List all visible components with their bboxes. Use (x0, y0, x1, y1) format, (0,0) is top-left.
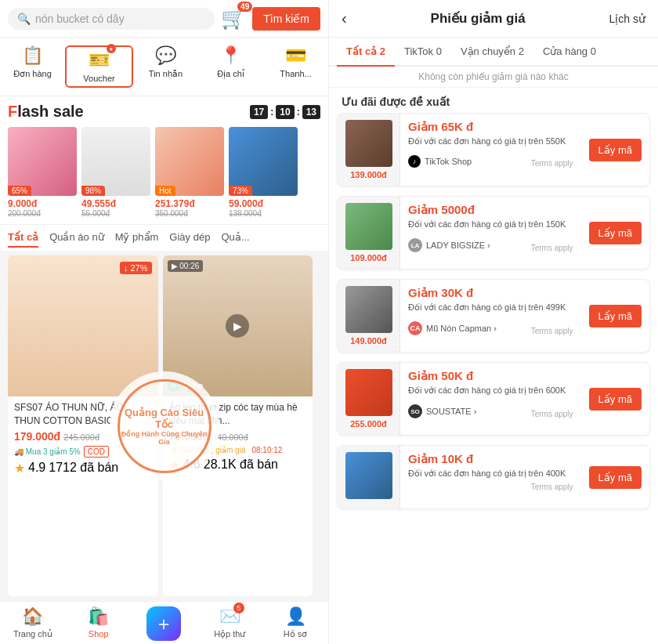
product-2-price-wrap: 75.000đ 140.000đ (169, 428, 307, 443)
flash-badge-1: 65% (8, 186, 31, 196)
flash-badge-2: 98% (81, 186, 105, 196)
shop-label: Shop (89, 629, 109, 639)
voucher-3-img: 149.000đ (338, 280, 400, 352)
tin-nhan-icon: 💬 (155, 45, 176, 66)
nav-thanh-toan[interactable]: 💳 Thanh... (263, 45, 328, 88)
voucher-card-1: 139.000đ Giảm 65K đ Đối với các đơn hàng… (337, 113, 650, 186)
add-button[interactable]: ＋ (146, 606, 181, 641)
voucher-card-3: 149.000đ Giảm 30K đ Đối với các đơn hàng… (337, 279, 650, 353)
lay-ma-button-2[interactable]: Lấy mã (589, 222, 642, 244)
flash-item-3[interactable]: Hot 251.379đ 350.000đ (155, 127, 224, 218)
product-card-1[interactable]: ↓ 27% SFS07 ÁO THUN NỮ, ÁO THUN COTTON B… (8, 255, 158, 596)
star-icon: ★ (14, 461, 25, 476)
voucher-2-img: 109.000đ (338, 197, 400, 269)
cart-button[interactable]: 🛒 49 (221, 6, 246, 31)
flash-badge-4: 73% (229, 186, 252, 196)
product-1-price: 179.000đ (14, 430, 60, 443)
search-input-wrap[interactable]: 🔍 nón bucket có dây (8, 8, 215, 30)
back-button[interactable]: ‹ (342, 9, 347, 27)
voucher-5-img (338, 446, 400, 508)
lay-ma-button-3[interactable]: Lấy mã (589, 305, 642, 327)
left-panel: 🔍 nón bucket có dây 🛒 49 Tìm kiếm 📋 Đơn … (0, 0, 329, 644)
nav-icons: 📋 Đơn hàng 🎫 Voucher ● 💬 Tin nhắn 📍 Địa … (0, 38, 328, 96)
voucher-2-footer: LA LADY BIGSIZE › Terms apply (408, 233, 573, 252)
flash-item-4[interactable]: 73% 59.000đ 138.000đ (229, 127, 298, 218)
ho-so-label: Hồ sơ (284, 629, 308, 639)
voucher-card-2: 109.000đ Giảm 5000đ Đối với các đơn hàng… (337, 196, 650, 270)
lay-ma-button-1[interactable]: Lấy mã (589, 139, 642, 161)
dia-chi-icon: 📍 (220, 45, 241, 66)
cat-tab-quan-ao[interactable]: Quần áo nữ (49, 231, 104, 248)
video-seller: M Miho (168, 379, 204, 392)
lay-ma-button-4[interactable]: Lấy mã (589, 388, 642, 411)
product-1-name: SFS07 ÁO THUN NỮ, ÁO THUN COTTON BASIC (14, 401, 152, 428)
cat-tab-my-pham[interactable]: Mỹ phẩm (115, 231, 159, 248)
flash-sale-title: Flash sale (8, 103, 84, 121)
voucher-3-terms: Terms apply (531, 327, 573, 335)
flash-item-2[interactable]: 98% 49.555đ 55.000đ (81, 127, 150, 218)
nav-tin-nhan[interactable]: 💬 Tin nhắn (133, 45, 198, 88)
right-title: Phiếu giảm giá (347, 10, 609, 27)
product-1-info: SFS07 ÁO THUN NỮ, ÁO THUN COTTON BASIC 1… (8, 396, 158, 480)
history-button[interactable]: Lịch sử (609, 13, 645, 25)
v-tab-van-chuyen[interactable]: Vận chuyển 2 (451, 38, 533, 65)
voucher-3-discount: Giảm 30K đ (408, 286, 573, 300)
voucher-card-4: 255.000đ Giảm 50K đ Đối với các đơn hàng… (337, 362, 650, 436)
voucher-1-shop: ♪ TikTok Shop (408, 155, 472, 168)
voucher-1-body: Giảm 65K đ Đối với các đơn hàng có giá t… (400, 114, 581, 186)
flash-sale-items: 65% 9.000đ 200.000đ 98% 49.555đ 55.000đ … (0, 124, 328, 224)
right-header: ‹ Phiếu giảm giá Lịch sử (329, 0, 658, 38)
search-button[interactable]: Tìm kiếm (252, 7, 320, 31)
voucher-4-terms: Terms apply (531, 410, 573, 418)
product-1-rating: ★ 4.9 1712 đã bán (14, 461, 152, 476)
thanh-toan-label: Thanh... (280, 69, 311, 78)
dia-chi-label: Địa chỉ (217, 69, 244, 79)
voucher-2-condition: Đối với các đơn hàng có giá trị trên 150… (408, 219, 573, 230)
voucher-4-shop: SO SOUSTATE › (408, 404, 476, 418)
product-1-ship: 🚚 Mua 3 giảm 5% (14, 447, 81, 456)
voucher-4-body: Giảm 50K đ Đối với các đơn hàng có giá t… (400, 363, 581, 435)
product-card-2[interactable]: ▶ ▶ 00:26 M Miho Áo len thun zip cóc tay… (163, 255, 313, 596)
v-tab-cua-hang[interactable]: Cửa hàng 0 (533, 38, 606, 65)
bottom-nav-hop-thu[interactable]: ✉️ 5 Hộp thư (197, 606, 262, 641)
bottom-nav-trang-chu[interactable]: 🏠 Trang chủ (0, 606, 66, 641)
nav-dia-chi[interactable]: 📍 Địa chỉ (198, 45, 263, 88)
flash-item-1-img: 65% (8, 127, 77, 196)
product-1-img: ↓ 27% (8, 255, 158, 396)
voucher-1-footer: ♪ TikTok Shop Terms apply (408, 150, 573, 168)
search-bar: 🔍 nón bucket có dây 🛒 49 Tìm kiếm (0, 0, 328, 38)
flash-old-3: 350.000đ (155, 209, 224, 218)
trang-chu-label: Trang chủ (13, 629, 52, 639)
bottom-nav-add[interactable]: ＋ (132, 606, 197, 641)
gio-vang-label: ⚡ Giờ Vàng giảm giá (169, 446, 246, 454)
voucher-4-img: 255.000đ (338, 363, 400, 435)
tin-nhan-label: Tin nhắn (149, 69, 183, 79)
don-hang-label: Đơn hàng (13, 69, 52, 79)
lay-ma-button-5[interactable]: Lấy mã (589, 466, 642, 489)
cat-tab-giay-dep[interactable]: Giày dép (169, 231, 210, 248)
nav-don-hang[interactable]: 📋 Đơn hàng (0, 45, 65, 88)
tiktok-dot-1: ♪ (408, 155, 421, 168)
product-2-rating: ★ 4.6 28.1K đã bán (169, 458, 307, 472)
flash-item-1[interactable]: 65% 9.000đ 200.000đ (8, 127, 77, 218)
product-2-price: 75.000đ (169, 430, 209, 443)
voucher-5-action: Lấy mã (581, 446, 649, 508)
bottom-nav-shop[interactable]: 🛍️ Shop (66, 606, 132, 641)
category-tabs: Tất cả Quần áo nữ Mỹ phẩm Giày dép Quả..… (0, 224, 328, 251)
v-tab-all[interactable]: Tất cả 2 (337, 38, 395, 67)
flash-price-3: 251.379đ (155, 198, 224, 209)
cat-tab-qua[interactable]: Quả... (221, 231, 249, 248)
v-tab-tiktok[interactable]: TikTok 0 (395, 38, 451, 65)
message-badge: 5 (233, 602, 244, 613)
voucher-2-product-img (345, 203, 392, 250)
flash-price-4: 59.000đ (229, 198, 298, 209)
product-2-img: ▶ ▶ 00:26 M Miho (163, 255, 313, 396)
nav-voucher[interactable]: 🎫 Voucher ● (65, 45, 133, 88)
bottom-nav-ho-so[interactable]: 👤 Hồ sơ (262, 606, 328, 641)
voucher-icon: 🎫 (89, 50, 110, 71)
voucher-4-product-img (345, 369, 392, 416)
product-2-sold: 28.1K đã bán (204, 458, 278, 472)
cat-tab-all[interactable]: Tất cả (8, 231, 38, 248)
seller-name: Miho (183, 381, 204, 390)
product-2-name: Áo len thun zip cóc tay mùa hè siêu mát … (169, 401, 307, 428)
